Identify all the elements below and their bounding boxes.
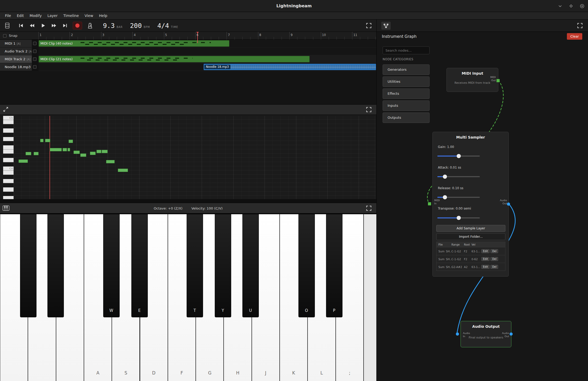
- expand-panel-icon[interactable]: [3, 106, 10, 114]
- metronome-button[interactable]: [85, 21, 95, 30]
- track-header-audio2[interactable]: Audio Track 2[A]: [0, 47, 32, 55]
- midi-note[interactable]: [26, 152, 31, 155]
- piano-keyboard[interactable]: ASDFGHJKL;WETYUOP: [0, 213, 376, 381]
- menu-item-layer[interactable]: Layer: [45, 13, 60, 19]
- search-nodes-input[interactable]: [383, 46, 430, 54]
- midi-note[interactable]: [102, 150, 108, 153]
- midi-out-port[interactable]: [497, 79, 500, 82]
- tempo-readout[interactable]: 200 BPM: [130, 22, 150, 29]
- midi-note[interactable]: [90, 152, 96, 155]
- keyboard-fullscreen-icon[interactable]: [365, 205, 372, 213]
- slider-knob[interactable]: [443, 175, 447, 179]
- piano-roll-fullscreen-icon[interactable]: [365, 106, 373, 114]
- track-checkbox[interactable]: [33, 65, 36, 69]
- delete-sample-button[interactable]: Del: [491, 265, 498, 269]
- category-effects[interactable]: Effects: [383, 88, 430, 99]
- midi-note[interactable]: [63, 148, 67, 151]
- edit-sample-button[interactable]: Edit: [481, 257, 489, 261]
- track-lane[interactable]: MIDI Clip (21 notes): [39, 55, 376, 63]
- midi-note[interactable]: [118, 169, 128, 172]
- black-key[interactable]: W: [103, 214, 120, 317]
- timeline-mode-icon[interactable]: [3, 21, 11, 30]
- black-key[interactable]: T: [187, 214, 203, 317]
- audio-out-port[interactable]: [510, 332, 513, 336]
- slider-knob[interactable]: [457, 216, 461, 220]
- track-header-midi2[interactable]: MIDI Track 2[A]: [0, 55, 32, 63]
- timeline-fullscreen-icon[interactable]: [365, 22, 373, 29]
- slider-knob[interactable]: [443, 195, 447, 199]
- midi-clip[interactable]: MIDI Clip (21 notes): [39, 56, 310, 62]
- black-key[interactable]: U: [242, 214, 259, 317]
- midi-note[interactable]: [68, 148, 70, 151]
- play-button[interactable]: [38, 21, 48, 30]
- record-button[interactable]: [73, 22, 82, 29]
- delete-sample-button[interactable]: Del: [491, 257, 498, 261]
- category-utilities[interactable]: Utilities: [383, 76, 430, 87]
- track-header-noodle[interactable]: Noodle 18.mp3: [0, 63, 32, 71]
- category-inputs[interactable]: Inputs: [383, 100, 430, 111]
- edit-sample-button[interactable]: Edit: [481, 265, 489, 269]
- track-checkbox[interactable]: [33, 50, 36, 53]
- delete-sample-button[interactable]: Del: [491, 249, 498, 253]
- clear-graph-button[interactable]: Clear: [567, 33, 582, 40]
- audio-in-port[interactable]: [456, 332, 459, 336]
- timeline-ruler[interactable]: Snap 1234567891011: [0, 32, 376, 40]
- midi-note[interactable]: [19, 159, 28, 163]
- midi-note[interactable]: [69, 140, 73, 143]
- black-key[interactable]: E: [131, 214, 148, 317]
- track-checkbox[interactable]: [33, 42, 36, 45]
- snap-checkbox[interactable]: [3, 34, 7, 38]
- position-readout[interactable]: 9.3 BAR: [103, 22, 123, 29]
- black-key[interactable]: P: [326, 214, 342, 317]
- menu-item-file[interactable]: File: [2, 13, 14, 19]
- close-icon[interactable]: [580, 4, 584, 8]
- time-signature-readout[interactable]: 4/4 TIME: [157, 22, 178, 29]
- add-sample-layer-button[interactable]: Add Sample Layer: [436, 225, 505, 232]
- menu-item-modify[interactable]: Modify: [27, 13, 45, 19]
- menu-item-timeline[interactable]: Timeline: [60, 13, 82, 19]
- node-midi-input[interactable]: MIDI Input Receives MIDI from track MIDI…: [446, 68, 498, 92]
- midi-clip[interactable]: MIDI Clip (40 notes): [39, 40, 229, 47]
- midi-note[interactable]: [74, 151, 80, 154]
- skip-to-start-button[interactable]: [16, 21, 26, 30]
- piano-roll[interactable]: C5C4: [0, 115, 376, 199]
- midi-in-port[interactable]: [428, 202, 431, 205]
- black-key[interactable]: Y: [215, 214, 231, 317]
- slider-knob[interactable]: [457, 154, 461, 158]
- midi-note[interactable]: [34, 152, 39, 155]
- menu-item-view[interactable]: View: [82, 13, 96, 19]
- gain-slider[interactable]: [437, 156, 480, 157]
- white-key[interactable]: [364, 214, 376, 381]
- black-key[interactable]: [47, 214, 64, 317]
- maximize-icon[interactable]: [569, 4, 573, 8]
- track-header-midi1[interactable]: MIDI 1[A]: [0, 40, 32, 47]
- node-audio-output[interactable]: Audio Output Audio In Final output to sp…: [461, 321, 511, 347]
- attack-slider[interactable]: [437, 176, 480, 177]
- midi-note[interactable]: [45, 139, 50, 142]
- audio-clip[interactable]: Noodle 18.mp3: [204, 64, 376, 70]
- black-key[interactable]: O: [298, 214, 315, 317]
- track-lane[interactable]: MIDI Clip (40 notes): [39, 40, 376, 47]
- midi-note[interactable]: [96, 150, 101, 153]
- category-generators[interactable]: Generators: [383, 64, 430, 75]
- skip-to-end-button[interactable]: [60, 21, 70, 30]
- release-slider[interactable]: [437, 197, 480, 198]
- menu-item-help[interactable]: Help: [96, 13, 110, 19]
- graph-fullscreen-icon[interactable]: [577, 22, 584, 29]
- track-lane[interactable]: [39, 47, 376, 55]
- midi-note[interactable]: [106, 160, 115, 163]
- menu-item-edit[interactable]: Edit: [14, 13, 27, 19]
- category-outputs[interactable]: Outputs: [383, 112, 430, 123]
- import-folder-button[interactable]: Import Folder...: [436, 233, 505, 240]
- minimize-icon[interactable]: [558, 4, 562, 8]
- rewind-button[interactable]: [27, 21, 37, 30]
- track-checkbox[interactable]: [33, 57, 36, 61]
- node-multi-sampler[interactable]: Multi Sampler Gain: 1.00 Attack: 0.01 ss…: [432, 132, 509, 277]
- fast-forward-button[interactable]: [49, 21, 59, 30]
- node-graph-icon[interactable]: [381, 22, 391, 30]
- transpose-slider[interactable]: [437, 217, 480, 218]
- midi-note[interactable]: [80, 153, 86, 157]
- piano-roll-grid[interactable]: [14, 116, 376, 199]
- midi-note[interactable]: [40, 139, 44, 142]
- audio-out-port[interactable]: [507, 203, 510, 206]
